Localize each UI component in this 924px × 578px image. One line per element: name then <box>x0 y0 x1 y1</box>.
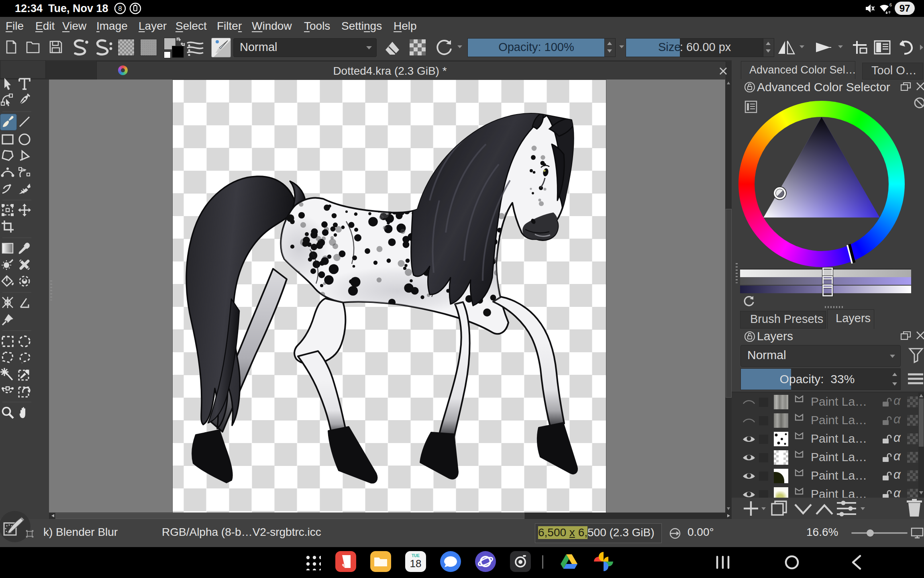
svg-text:6: 6 <box>889 2 892 7</box>
svg-text:8: 8 <box>118 5 122 12</box>
